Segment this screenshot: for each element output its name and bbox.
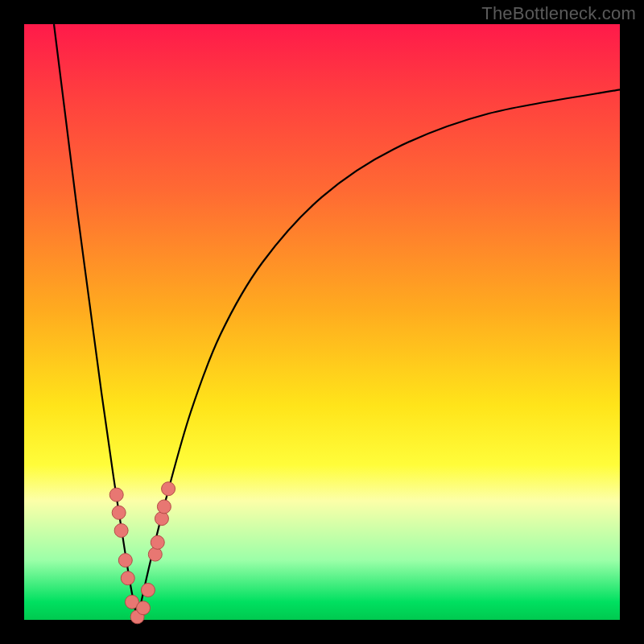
scatter-dot	[157, 500, 171, 514]
scatter-dot	[141, 584, 155, 597]
scatter-dot	[109, 488, 123, 502]
scatter-dot	[148, 547, 162, 561]
right-curve	[138, 89, 620, 620]
scatter-dot	[137, 601, 151, 615]
scatter-dot	[162, 482, 175, 496]
plot-area	[24, 24, 620, 620]
scatter-dot	[151, 535, 164, 549]
chart-svg	[24, 24, 620, 620]
chart-frame: TheBottleneck.com	[0, 0, 644, 644]
scatter-dot	[114, 524, 128, 538]
scatter-dot	[121, 572, 134, 585]
scatter-dot	[112, 506, 126, 519]
scatter-dot	[155, 512, 168, 526]
scatter-dot	[118, 554, 132, 568]
scatter-points	[109, 482, 175, 624]
watermark-text: TheBottleneck.com	[481, 3, 636, 24]
